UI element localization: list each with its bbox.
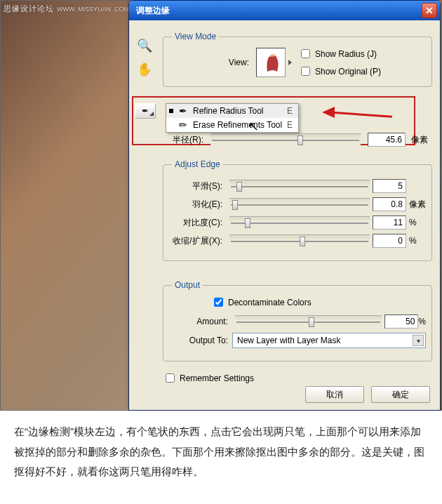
dropdown-arrow-icon[interactable] bbox=[288, 60, 292, 65]
hand-tool-icon[interactable]: ✋ bbox=[136, 61, 153, 78]
smooth-label: 平滑(S): bbox=[172, 180, 222, 192]
shift-edge-value-input[interactable]: 0 bbox=[373, 234, 406, 248]
output-to-value: New Layer with Layer Mask bbox=[237, 336, 340, 345]
refine-brush-tool-button[interactable]: ✒ ◢ bbox=[135, 103, 156, 119]
contrast-label: 对比度(C): bbox=[172, 217, 222, 229]
feather-label: 羽化(E): bbox=[172, 199, 222, 211]
remember-settings-checkbox[interactable]: Remember Settings bbox=[163, 371, 254, 385]
feather-unit: 像素 bbox=[409, 199, 426, 211]
close-button[interactable]: ✕ bbox=[422, 3, 437, 18]
refine-radius-icon: ✒ bbox=[178, 105, 189, 117]
contrast-row: 对比度(C): 11 % bbox=[172, 215, 426, 230]
brush-tool-flyout: ✒ Refine Radius Tool E ✏ Erase Refinemen… bbox=[166, 103, 299, 133]
contrast-value-input[interactable]: 11 bbox=[373, 215, 406, 230]
feather-slider[interactable] bbox=[229, 198, 370, 211]
amount-unit: % bbox=[418, 317, 426, 326]
watermark-bottom: PHOTOPS.COM bbox=[333, 475, 435, 498]
show-original-checkbox[interactable]: Show Original (P) bbox=[298, 65, 381, 78]
show-original-input[interactable] bbox=[301, 67, 310, 76]
brush-icon: ✒ bbox=[142, 106, 149, 116]
contrast-unit: % bbox=[409, 218, 426, 227]
amount-slider[interactable] bbox=[235, 315, 382, 328]
remember-input[interactable] bbox=[166, 373, 175, 383]
feather-value-input[interactable]: 0.8 bbox=[373, 197, 406, 211]
radius-label: 半径(R): bbox=[173, 134, 203, 146]
shift-edge-slider[interactable] bbox=[229, 234, 370, 247]
radius-slider[interactable] bbox=[210, 133, 361, 146]
feather-row: 羽化(E): 0.8 像素 bbox=[172, 197, 426, 211]
amount-label: Amount: bbox=[172, 317, 228, 326]
tutorial-caption: 在“边缘检测”模块左边，有个笔状的东西，点击它会出现两只笔，上面那个可以用来添加… bbox=[0, 411, 442, 504]
output-to-row: Output To: New Layer with Layer Mask ▾ bbox=[172, 333, 426, 348]
show-radius-checkbox[interactable]: Show Radius (J) bbox=[298, 47, 381, 60]
smooth-slider[interactable] bbox=[229, 180, 370, 192]
zoom-tool-icon[interactable]: 🔍 bbox=[136, 37, 153, 54]
dialog-button-row: 取消 确定 bbox=[305, 386, 430, 403]
shift-edge-label: 收缩/扩展(X): bbox=[172, 235, 222, 247]
radius-value-input[interactable]: 45.6 bbox=[368, 133, 406, 147]
view-mode-group: View Mode View: Show Radius (J) bbox=[163, 32, 432, 87]
thumbnail-icon bbox=[259, 51, 283, 74]
smooth-row: 平滑(S): 5 bbox=[172, 179, 426, 193]
titlebar[interactable]: 调整边缘 ✕ bbox=[129, 1, 440, 20]
flyout-indicator-icon: ◢ bbox=[149, 110, 154, 117]
view-mode-legend: View Mode bbox=[172, 32, 219, 41]
radius-unit: 像素 bbox=[411, 134, 428, 146]
item-label: Erase Refinements Tool bbox=[193, 120, 283, 130]
decontaminate-input[interactable] bbox=[214, 298, 223, 307]
cancel-button[interactable]: 取消 bbox=[305, 386, 364, 403]
decontaminate-label: Decontaminate Colors bbox=[228, 298, 312, 307]
refine-radius-tool-item[interactable]: ✒ Refine Radius Tool E bbox=[166, 104, 298, 118]
tool-column: 🔍 ✋ bbox=[136, 37, 157, 85]
ok-button[interactable]: 确定 bbox=[371, 386, 430, 403]
decontaminate-checkbox[interactable]: Decontaminate Colors bbox=[211, 296, 426, 309]
output-to-label: Output To: bbox=[172, 336, 228, 345]
item-hotkey: E bbox=[287, 120, 293, 130]
watermark-top: 思缘设计论坛 WWW. MISSYUAN .COM bbox=[4, 4, 129, 14]
item-label: Refine Radius Tool bbox=[193, 106, 283, 116]
output-to-select[interactable]: New Layer with Layer Mask ▾ bbox=[232, 333, 426, 348]
selected-indicator-icon bbox=[169, 109, 173, 113]
show-original-label: Show Original (P) bbox=[315, 67, 381, 77]
output-legend: Output bbox=[172, 280, 203, 290]
view-label: View: bbox=[172, 58, 249, 67]
amount-value-input[interactable]: 50 bbox=[384, 314, 418, 329]
erase-refinements-icon: ✏ bbox=[178, 119, 189, 131]
output-group: Output Decontaminate Colors Amount: 50 %… bbox=[163, 280, 432, 362]
show-radius-input[interactable] bbox=[301, 49, 310, 58]
remember-label: Remember Settings bbox=[180, 373, 254, 383]
contrast-slider[interactable] bbox=[229, 216, 370, 229]
erase-refinements-tool-item[interactable]: ✏ Erase Refinements Tool E bbox=[166, 118, 298, 132]
refine-edge-dialog: 调整边缘 ✕ 🔍 ✋ View Mode View: bbox=[128, 0, 441, 411]
amount-row: Amount: 50 % bbox=[172, 314, 426, 329]
smooth-value-input[interactable]: 5 bbox=[373, 179, 406, 193]
shift-edge-row: 收缩/扩展(X): 0 % bbox=[172, 234, 426, 248]
item-hotkey: E bbox=[287, 106, 293, 116]
radius-row: 半径(R): 45.6 像素 bbox=[168, 133, 428, 147]
adjust-edge-legend: Adjust Edge bbox=[172, 159, 223, 169]
dropdown-icon: ▾ bbox=[413, 335, 424, 346]
view-thumbnail[interactable] bbox=[256, 48, 286, 77]
dialog-body: 🔍 ✋ View Mode View: Show R bbox=[129, 20, 440, 410]
mouse-cursor-icon: ↖ bbox=[248, 119, 259, 134]
show-radius-label: Show Radius (J) bbox=[315, 49, 377, 59]
shift-edge-unit: % bbox=[409, 236, 426, 246]
adjust-edge-group: Adjust Edge 平滑(S): 5 羽化(E): 0.8 像素 对比度(C… bbox=[163, 159, 432, 261]
dialog-title: 调整边缘 bbox=[136, 5, 422, 17]
